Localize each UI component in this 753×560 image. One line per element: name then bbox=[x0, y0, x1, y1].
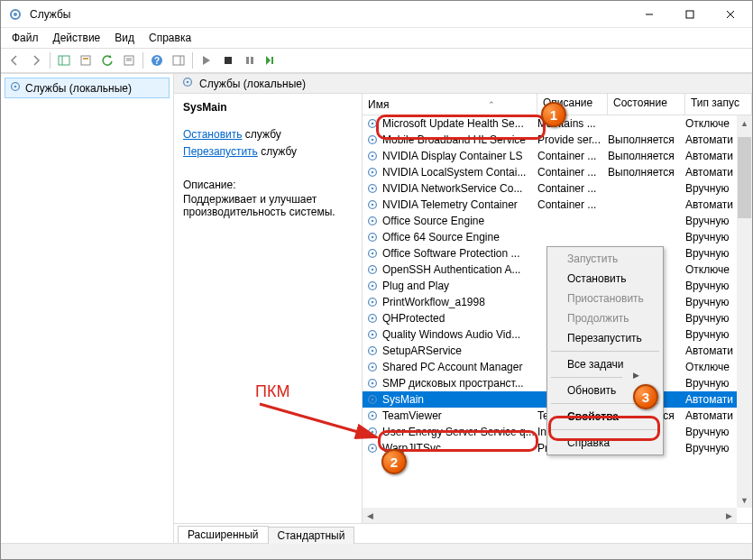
ctx-restart[interactable]: Перезапустить bbox=[549, 328, 661, 348]
cell-name: Office 64 Source Engine bbox=[382, 231, 537, 243]
svg-point-28 bbox=[372, 139, 374, 142]
gear-icon bbox=[9, 80, 22, 96]
nav-item-label: Службы (локальные) bbox=[25, 82, 132, 95]
start-service-button[interactable] bbox=[197, 50, 216, 70]
restart-link[interactable]: Перезапустить bbox=[183, 145, 258, 158]
cell-name: NVIDIA Telemetry Container bbox=[382, 198, 537, 211]
horizontal-scrollbar[interactable]: ◀ ▶ bbox=[363, 508, 737, 523]
scroll-down-icon[interactable]: ▼ bbox=[737, 492, 752, 508]
tab-standard[interactable]: Стандартный bbox=[268, 527, 355, 544]
back-button[interactable] bbox=[5, 50, 24, 70]
gear-icon bbox=[181, 76, 194, 91]
scroll-up-icon[interactable]: ▲ bbox=[737, 115, 752, 131]
stop-service-button[interactable] bbox=[218, 50, 238, 70]
scroll-left-icon[interactable]: ◀ bbox=[363, 508, 378, 523]
export-button[interactable] bbox=[76, 50, 96, 70]
svg-point-22 bbox=[14, 86, 17, 88]
refresh-button[interactable] bbox=[97, 50, 117, 70]
restart-service-button[interactable] bbox=[262, 50, 281, 70]
cell-description: Container ... bbox=[537, 182, 608, 195]
nav-item-local-services[interactable]: Службы (локальные) bbox=[5, 78, 170, 98]
properties-button[interactable] bbox=[119, 50, 139, 70]
gear-icon bbox=[366, 344, 379, 357]
gear-icon bbox=[366, 263, 379, 276]
service-row[interactable]: NVIDIA Telemetry ContainerContainer ...А… bbox=[363, 197, 752, 213]
service-name: SysMain bbox=[183, 101, 353, 114]
gear-icon bbox=[366, 296, 379, 308]
menu-view[interactable]: Вид bbox=[109, 30, 140, 46]
column-name[interactable]: Имя⌃ bbox=[363, 94, 537, 115]
svg-rect-20 bbox=[271, 57, 273, 64]
gear-icon bbox=[366, 247, 379, 260]
cell-name: WarpJITSvc bbox=[382, 442, 537, 454]
menu-file[interactable]: Файл bbox=[6, 30, 44, 46]
svg-point-42 bbox=[372, 252, 374, 255]
show-hide-tree-button[interactable] bbox=[54, 50, 74, 70]
svg-rect-19 bbox=[251, 57, 253, 64]
svg-rect-17 bbox=[225, 57, 232, 64]
svg-point-38 bbox=[372, 220, 374, 223]
service-row[interactable]: NVIDIA NetworkService Co...Container ...… bbox=[363, 180, 752, 197]
minimize-button[interactable] bbox=[629, 1, 669, 27]
scrollbar-thumb[interactable] bbox=[738, 137, 751, 218]
ctx-resume: Продолжить bbox=[549, 308, 661, 328]
ctx-help[interactable]: Справка bbox=[549, 433, 661, 453]
show-action-pane-button[interactable] bbox=[169, 50, 188, 70]
cell-name: User Energy Server Service q... bbox=[382, 426, 537, 438]
help-button[interactable]: ? bbox=[147, 50, 167, 70]
svg-rect-8 bbox=[81, 56, 90, 65]
app-icon bbox=[8, 7, 23, 22]
gear-icon bbox=[366, 231, 379, 243]
close-button[interactable] bbox=[710, 1, 750, 27]
cell-name: OpenSSH Authentication A... bbox=[382, 263, 537, 276]
forward-button[interactable] bbox=[26, 50, 46, 70]
column-state[interactable]: Состояние bbox=[608, 94, 685, 115]
svg-point-56 bbox=[372, 366, 374, 369]
service-row[interactable]: Mobile Broadband HL ServiceProvide ser..… bbox=[363, 132, 752, 148]
gear-icon bbox=[366, 182, 379, 195]
gear-icon bbox=[366, 166, 379, 179]
maximize-button[interactable] bbox=[669, 1, 710, 27]
cell-description: Provide ser... bbox=[537, 133, 608, 146]
pause-service-button[interactable] bbox=[240, 50, 260, 70]
scroll-right-icon[interactable]: ▶ bbox=[721, 508, 737, 523]
svg-point-50 bbox=[372, 317, 374, 320]
cell-name: Mobile Broadband HL Service bbox=[382, 133, 537, 146]
svg-point-34 bbox=[372, 188, 374, 190]
svg-point-32 bbox=[372, 171, 374, 174]
stop-link[interactable]: Остановить bbox=[183, 128, 243, 141]
svg-point-24 bbox=[187, 81, 189, 84]
service-row[interactable]: Office 64 Source EngineВручную bbox=[363, 229, 752, 245]
service-row[interactable]: NVIDIA LocalSystem Contai...Container ..… bbox=[363, 164, 752, 180]
service-row[interactable]: NVIDIA Display Container LSContainer ...… bbox=[363, 148, 752, 164]
cell-name: Shared PC Account Manager bbox=[382, 361, 537, 373]
ctx-pause: Приостановить bbox=[549, 289, 661, 308]
svg-rect-3 bbox=[686, 11, 693, 18]
cell-name: Microsoft Update Health Se... bbox=[382, 117, 537, 130]
gear-icon bbox=[366, 328, 379, 341]
svg-point-54 bbox=[372, 350, 374, 353]
cell-name: SysMain bbox=[382, 393, 537, 406]
cell-name: Quality Windows Audio Vid... bbox=[382, 328, 537, 341]
svg-point-48 bbox=[372, 301, 374, 304]
gear-icon bbox=[366, 215, 379, 227]
gear-icon bbox=[366, 312, 379, 325]
column-startup-type[interactable]: Тип запус bbox=[685, 94, 752, 115]
badge-3: 3 bbox=[633, 384, 658, 409]
menu-action[interactable]: Действие bbox=[48, 30, 106, 46]
svg-point-30 bbox=[372, 155, 374, 158]
menu-help[interactable]: Справка bbox=[143, 30, 197, 46]
vertical-scrollbar[interactable]: ▲ ▼ bbox=[737, 115, 752, 508]
ctx-properties[interactable]: Свойства bbox=[549, 407, 661, 427]
ctx-all-tasks[interactable]: Все задачи bbox=[549, 354, 661, 374]
svg-rect-6 bbox=[59, 56, 69, 65]
description-text: Поддерживает и улучшает производительнос… bbox=[183, 193, 353, 218]
ctx-stop[interactable]: Остановить bbox=[549, 269, 661, 289]
panel-header: Службы (локальные) bbox=[174, 74, 752, 94]
gear-icon bbox=[366, 117, 379, 130]
cell-name: SetupARService bbox=[382, 344, 537, 357]
svg-point-46 bbox=[372, 285, 374, 288]
tab-extended[interactable]: Расширенный bbox=[178, 526, 269, 543]
cell-name: NVIDIA LocalSystem Contai... bbox=[382, 166, 537, 179]
service-row[interactable]: Office Source EngineВручную bbox=[363, 213, 752, 229]
